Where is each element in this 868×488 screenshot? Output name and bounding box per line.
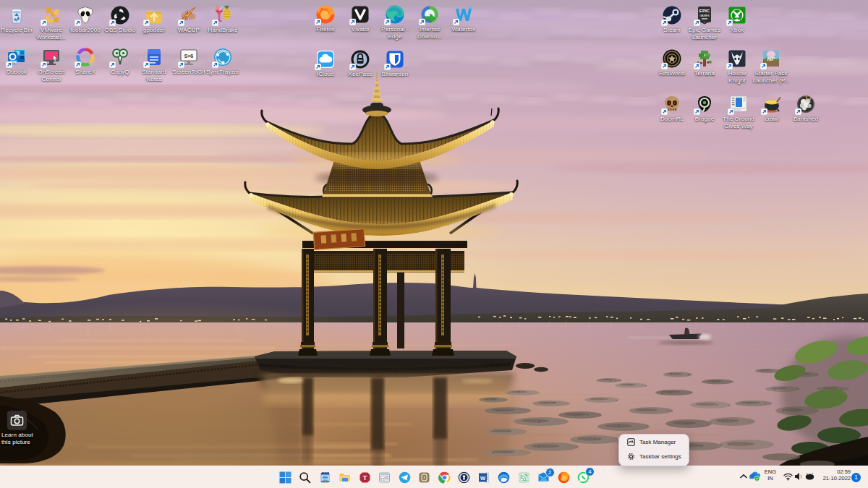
svg-text:W: W (480, 475, 485, 481)
svg-text:T: T (362, 474, 367, 481)
svg-text:NP: NP (767, 56, 775, 62)
svg-text:GAMES: GAMES (699, 14, 710, 17)
svg-text:S>G: S>G (184, 53, 194, 59)
svg-text:EPIC: EPIC (699, 8, 710, 13)
